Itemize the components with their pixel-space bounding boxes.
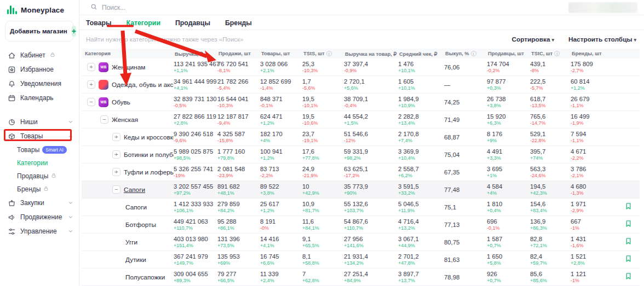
metric-cell: 8 176+9% bbox=[487, 131, 530, 143]
metric-cell: 154,6+83,4% bbox=[530, 201, 571, 213]
table-row: −Женская27 822 866 119+2,8%12 187 817-9,… bbox=[82, 111, 640, 129]
info-icon[interactable]: i bbox=[471, 51, 476, 56]
bookmark-icon[interactable] bbox=[625, 202, 632, 212]
column-header-label: Категория bbox=[85, 51, 111, 56]
sidebar-item-favorites[interactable]: Избранное bbox=[0, 62, 79, 77]
sidebar-item-sellers-sub[interactable]: Продавцы bbox=[0, 170, 79, 183]
plus-icon[interactable]: + bbox=[72, 26, 76, 37]
user-account-blurred[interactable] bbox=[568, 2, 637, 13]
sidebar-item-brands-sub[interactable]: Бренды bbox=[0, 183, 79, 196]
sidebar-item-label: Календарь bbox=[20, 94, 54, 102]
metric-value: 9 390 246 518 bbox=[174, 131, 217, 137]
metric-value: 10,9 bbox=[302, 201, 344, 207]
category-name[interactable]: Женская bbox=[112, 116, 138, 124]
column-header[interactable]: Категория bbox=[82, 51, 174, 56]
collapse-icon[interactable]: − bbox=[87, 98, 95, 106]
metric-value: 194,5 bbox=[530, 183, 571, 190]
bookmark-icon[interactable] bbox=[625, 255, 632, 265]
metric-delta: -10,6% bbox=[302, 120, 344, 126]
sidebar-item-categories-sub[interactable]: Категории bbox=[0, 156, 79, 170]
bookmark-icon[interactable] bbox=[625, 220, 632, 230]
info-icon[interactable]: i bbox=[554, 51, 560, 56]
sidebar-item-label: Товары bbox=[20, 132, 43, 140]
category-name[interactable]: Ботинки и полуботинки bbox=[124, 151, 174, 159]
bookmark-icon[interactable] bbox=[625, 237, 632, 247]
sidebar-item-label: Кабинет bbox=[20, 51, 45, 59]
column-header[interactable]: Выручка, ₽ bbox=[174, 51, 217, 57]
search-input[interactable] bbox=[102, 4, 266, 11]
metric-delta: +0,7% bbox=[487, 243, 530, 248]
expand-icon[interactable]: + bbox=[87, 63, 95, 71]
tab-products[interactable]: Товары bbox=[86, 18, 112, 27]
column-header[interactable]: Товары, шт bbox=[260, 51, 302, 56]
metric-cell: 16 745+6,6% bbox=[260, 253, 302, 266]
metric-cell: 279 859+84,2% bbox=[217, 201, 260, 213]
column-header[interactable]: Выручка на товар, ₽ bbox=[344, 51, 398, 57]
tab-brands[interactable]: Бренды bbox=[225, 18, 252, 27]
sidebar-item-promotion[interactable]: Продвижение bbox=[0, 210, 79, 224]
metric-delta: +47,8% bbox=[398, 260, 444, 266]
logo[interactable]: Moneyplace bbox=[0, 0, 79, 19]
column-header[interactable]: Средний чек, ₽ bbox=[398, 51, 444, 57]
marketplace-badge bbox=[99, 80, 108, 90]
sidebar-item-calendar[interactable]: Календарь bbox=[0, 91, 79, 105]
category-name[interactable]: Дутики bbox=[125, 256, 146, 264]
expand-icon[interactable]: + bbox=[112, 168, 120, 176]
column-header[interactable]: Продажи, шт bbox=[217, 51, 260, 56]
sidebar-item-products[interactable]: Товары bbox=[0, 129, 79, 143]
products-icon bbox=[7, 132, 16, 141]
metric-value: 624 471 bbox=[260, 113, 302, 120]
metric-delta: +84,9% bbox=[344, 278, 398, 283]
metric-value: 618,7 bbox=[530, 96, 571, 102]
sidebar-item-management[interactable]: Управление bbox=[0, 224, 79, 238]
sidebar-item-products-sub[interactable]: ТоварыSmart AI bbox=[0, 143, 79, 156]
tab-categories[interactable]: Категории bbox=[127, 18, 160, 27]
category-name[interactable]: Кеды и кроссовки bbox=[124, 133, 174, 141]
metric-cell: 696-0,1% bbox=[487, 218, 530, 231]
category-name[interactable]: Обувь bbox=[112, 98, 130, 106]
category-name[interactable]: Сапоги bbox=[124, 186, 145, 194]
column-header[interactable]: Продавцы, шт bbox=[487, 51, 530, 56]
expand-icon[interactable]: + bbox=[112, 133, 120, 141]
column-header[interactable]: TStS, штi bbox=[302, 51, 344, 56]
sidebar-item-notifications[interactable]: Уведомления bbox=[0, 77, 79, 91]
column-header[interactable]: Выкуп, %i bbox=[444, 51, 487, 56]
category-name[interactable]: Одежда, обувь и аксессуары bbox=[112, 81, 174, 89]
metric-cell: 891 682+48,1% bbox=[217, 183, 260, 196]
category-name[interactable]: Туфли и лоферы bbox=[124, 168, 174, 176]
metric-value: 4 680 bbox=[571, 183, 612, 190]
metric-value: 154,6 bbox=[530, 201, 571, 207]
sort-dropdown[interactable]: Сортировка▾ bbox=[512, 36, 554, 43]
configure-columns-dropdown[interactable]: Настроить столбцы▾ bbox=[568, 36, 636, 43]
metric-delta: -2,7% bbox=[571, 68, 612, 73]
category-name[interactable]: Полусапожки bbox=[125, 273, 165, 281]
sidebar-item-cabinet[interactable]: Кабинет bbox=[0, 48, 79, 62]
metric-cell: 27 251,4+84,9% bbox=[344, 271, 398, 283]
add-store-button[interactable]: Добавить магазин + bbox=[5, 21, 74, 42]
tab-sellers[interactable]: Продавцы bbox=[175, 18, 210, 27]
metric-cell: 77,13 bbox=[444, 221, 487, 228]
category-name[interactable]: Угги bbox=[125, 238, 137, 246]
category-name[interactable]: Сапоги bbox=[125, 203, 147, 211]
collapse-icon[interactable]: − bbox=[112, 185, 120, 194]
category-name[interactable]: Женщинам bbox=[112, 63, 145, 71]
metric-delta: -8,1% bbox=[217, 68, 260, 73]
sidebar-item-niches[interactable]: Ниши bbox=[0, 115, 79, 129]
category-name[interactable]: Ботфорты bbox=[125, 221, 156, 229]
metric-value: 4 671 bbox=[571, 148, 612, 155]
sidebar-subitem-label: Категории bbox=[17, 159, 48, 167]
sidebar-item-purchases[interactable]: Закупки bbox=[0, 196, 79, 210]
metric-cell: 4 716,4+13,2% bbox=[398, 218, 444, 231]
expand-icon[interactable]: + bbox=[112, 150, 120, 159]
metric-value: 8,1 bbox=[302, 253, 344, 260]
metric-value: 76,06 bbox=[444, 64, 487, 71]
column-header[interactable]: Бренды, шт bbox=[571, 51, 612, 56]
column-header[interactable]: TStC, штi bbox=[530, 51, 571, 56]
collapse-icon[interactable]: − bbox=[100, 115, 108, 124]
expand-icon[interactable]: + bbox=[87, 80, 95, 89]
metric-delta: -12% bbox=[344, 138, 398, 143]
bookmark-icon[interactable] bbox=[625, 272, 632, 282]
info-icon[interactable]: i bbox=[326, 51, 332, 56]
metric-cell: 3 067,1+44,9% bbox=[398, 236, 444, 248]
lock-icon bbox=[50, 52, 55, 57]
